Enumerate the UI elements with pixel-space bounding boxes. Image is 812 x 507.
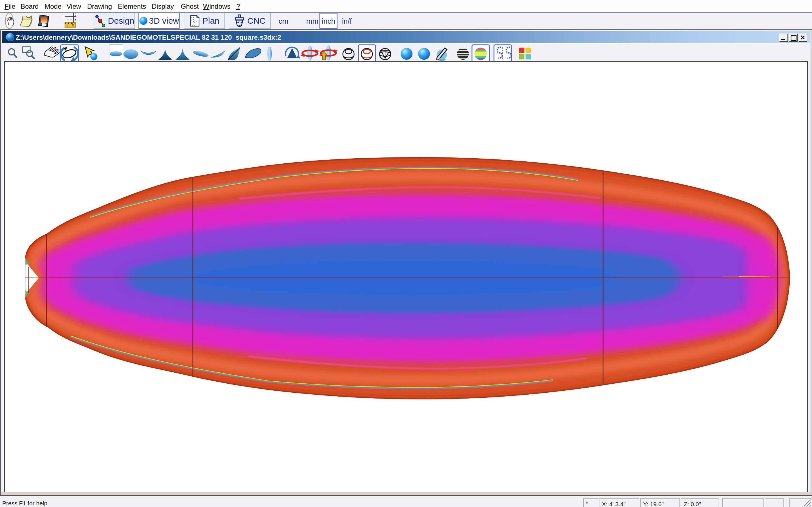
svg-text:1: 1 — [66, 24, 68, 27]
svg-text:0: 0 — [72, 24, 74, 27]
